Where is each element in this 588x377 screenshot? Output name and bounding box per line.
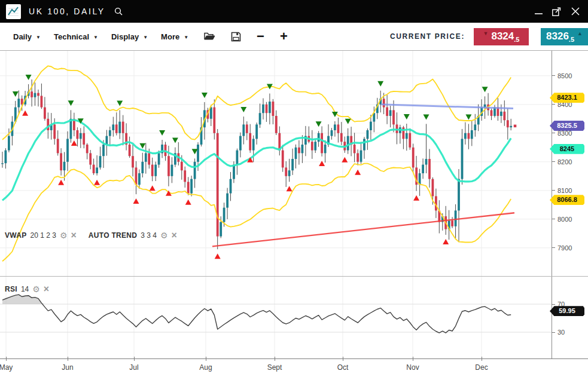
month-tick <box>6 357 7 361</box>
candle-body <box>389 110 392 116</box>
tick-dash <box>552 161 555 162</box>
sell-signal-triangle <box>240 107 246 112</box>
vwap-indicator-params: 20 1 2 3 <box>31 231 56 240</box>
candle-body <box>135 167 138 185</box>
rsi-svg <box>0 277 552 358</box>
display-dropdown[interactable]: Display ▼ <box>111 32 148 41</box>
candle-body <box>269 102 271 113</box>
open-folder-icon[interactable] <box>204 32 215 41</box>
price-tick: 8200 <box>552 158 572 166</box>
month-tick <box>68 357 68 361</box>
zoom-in-button[interactable]: + <box>280 30 288 42</box>
popout-button[interactable] <box>552 7 562 16</box>
candle-body <box>409 133 411 148</box>
sell-signal-triangle <box>377 81 383 87</box>
tick-dash <box>552 219 555 219</box>
buy-signal-triangle <box>58 180 64 185</box>
price-tick-label: 8500 <box>557 72 572 79</box>
candle-body <box>464 133 467 139</box>
candle-body <box>285 167 287 176</box>
minimize-button[interactable] <box>535 7 543 16</box>
candle-body <box>246 124 248 133</box>
month-label: Oct <box>337 363 349 372</box>
rsi-remove-icon[interactable]: × <box>44 286 49 293</box>
search-icon[interactable] <box>114 7 123 16</box>
candlestick-plot[interactable] <box>0 51 552 276</box>
price-tick: 8000 <box>552 215 572 223</box>
sell-price-button[interactable]: ▼ 8324 .5 <box>474 28 529 45</box>
save-icon[interactable] <box>231 32 241 42</box>
more-dropdown[interactable]: More ▼ <box>161 32 188 41</box>
month-label: Nov <box>406 363 419 372</box>
candle-body <box>122 122 124 133</box>
vwap-settings-gear-icon[interactable]: ⚙ <box>60 232 68 239</box>
technical-dropdown[interactable]: Technical ▼ <box>54 32 98 41</box>
candle-body <box>167 156 170 176</box>
candle-body <box>44 108 46 119</box>
candle-body <box>197 145 199 162</box>
blue-trend-line[interactable] <box>381 105 513 109</box>
buy-signal-triangle <box>185 200 191 205</box>
candle-body <box>53 124 56 139</box>
close-button[interactable] <box>571 7 580 16</box>
candle-body <box>288 170 291 176</box>
candle-body <box>96 167 98 173</box>
vwap-indicator-name: VWAP <box>5 231 27 240</box>
candle-body <box>259 113 261 124</box>
candle-body <box>249 133 251 151</box>
candle-body <box>138 173 141 185</box>
candle-body <box>298 148 300 154</box>
candle-body <box>451 220 453 226</box>
candle-body <box>357 153 359 161</box>
month-tick <box>413 357 413 361</box>
candle-body <box>171 165 173 176</box>
buy-price-value: 8326 <box>546 30 569 42</box>
chevron-down-icon: ▼ <box>36 35 41 40</box>
price-tick-label: 7900 <box>557 244 572 252</box>
sell-price-decimal: .5 <box>514 36 519 43</box>
autotrend-remove-icon[interactable]: × <box>172 232 177 239</box>
rsi-plot[interactable] <box>0 277 552 358</box>
vwap-remove-icon[interactable]: × <box>71 232 76 239</box>
candle-body <box>230 179 232 194</box>
autotrend-settings-gear-icon[interactable]: ⚙ <box>160 232 168 239</box>
candle-body <box>217 133 219 237</box>
current-price-label: CURRENT PRICE: <box>390 32 465 41</box>
candle-body <box>406 133 408 139</box>
main-chart-panel: VWAP 20 1 2 3 ⚙ × AUTO TREND 3 3 4 ⚙ × 8… <box>0 51 588 276</box>
candle-body <box>340 133 343 142</box>
rsi-axis: 703059.95 <box>552 277 588 358</box>
rsi-value-tag: 59.95 <box>550 306 584 316</box>
buy-signal-triangle <box>413 195 419 201</box>
month-label: Dec <box>475 363 488 372</box>
rsi-settings-gear-icon[interactable]: ⚙ <box>32 286 40 293</box>
candle-body <box>145 153 147 161</box>
price-tick: 8100 <box>552 186 572 195</box>
buy-signal-triangle <box>22 111 28 116</box>
price-tick: 7900 <box>552 244 572 252</box>
buy-signal-triangle <box>71 140 77 146</box>
candle-body <box>331 130 333 136</box>
month-tick <box>275 357 275 361</box>
buy-signal-triangle <box>319 161 325 166</box>
red-trend-line[interactable] <box>212 213 514 246</box>
candle-body <box>432 179 434 197</box>
sell-signal-triangle <box>424 114 429 119</box>
buy-price-button[interactable]: 8326 .5 ▲ <box>541 28 588 45</box>
buy-signal-triangle <box>94 180 100 185</box>
candle-body <box>8 136 10 151</box>
candle-body <box>507 120 509 127</box>
sell-signal-triangle <box>26 75 32 80</box>
candle-body <box>425 159 428 165</box>
price-tag: 8423.1 <box>550 93 584 103</box>
candle-body <box>266 105 268 113</box>
sell-signal-triangle <box>202 93 208 98</box>
timeframe-dropdown[interactable]: Daily ▼ <box>13 32 41 41</box>
candle-body <box>132 156 134 167</box>
candlestick-svg <box>0 51 552 276</box>
time-axis: MayJunJulAugSeptOctNovDec <box>0 358 588 377</box>
toolbar: Daily ▼ Technical ▼ Display ▼ More ▼ − +… <box>0 23 588 51</box>
candle-body <box>275 116 278 133</box>
zoom-out-button[interactable]: − <box>257 30 264 42</box>
candle-body <box>468 133 470 139</box>
